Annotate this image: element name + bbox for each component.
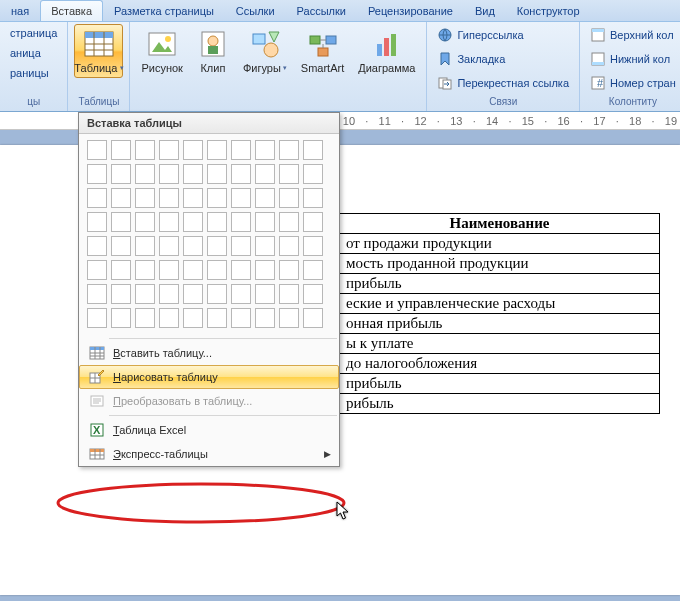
chart-button[interactable]: Диаграмма [353, 24, 420, 78]
grid-cell[interactable] [207, 140, 227, 160]
grid-cell[interactable] [255, 140, 275, 160]
grid-cell[interactable] [279, 236, 299, 256]
tab-references[interactable]: Ссылки [225, 0, 286, 21]
grid-cell[interactable] [303, 260, 323, 280]
grid-cell[interactable] [87, 164, 107, 184]
grid-cell[interactable] [207, 284, 227, 304]
grid-cell[interactable] [303, 188, 323, 208]
grid-cell[interactable] [279, 284, 299, 304]
tab-insert[interactable]: Вставка [40, 0, 103, 21]
grid-cell[interactable] [255, 188, 275, 208]
grid-cell[interactable] [183, 212, 203, 232]
grid-cell[interactable] [111, 164, 131, 184]
picture-button[interactable]: Рисунок [136, 24, 188, 78]
grid-cell[interactable] [111, 140, 131, 160]
tab-home-partial[interactable]: ная [0, 0, 40, 21]
grid-cell[interactable] [279, 308, 299, 328]
tab-view[interactable]: Вид [464, 0, 506, 21]
table-cell[interactable]: рибыль [340, 394, 660, 414]
document-table[interactable]: Наименование от продажи продукциимость п… [339, 213, 660, 414]
grid-cell[interactable] [255, 308, 275, 328]
table-cell[interactable]: прибыль [340, 374, 660, 394]
grid-cell[interactable] [231, 236, 251, 256]
grid-cell[interactable] [231, 212, 251, 232]
grid-cell[interactable] [87, 140, 107, 160]
grid-cell[interactable] [303, 140, 323, 160]
grid-cell[interactable] [159, 260, 179, 280]
grid-cell[interactable] [87, 260, 107, 280]
table-button[interactable]: Таблица▾ [74, 24, 123, 78]
grid-cell[interactable] [183, 260, 203, 280]
blank-page-button[interactable]: аница [6, 44, 61, 62]
grid-cell[interactable] [207, 236, 227, 256]
grid-cell[interactable] [135, 308, 155, 328]
crossref-button[interactable]: Перекрестная ссылка [433, 72, 573, 94]
grid-cell[interactable] [111, 236, 131, 256]
grid-cell[interactable] [87, 212, 107, 232]
grid-cell[interactable] [87, 188, 107, 208]
grid-cell[interactable] [207, 212, 227, 232]
grid-cell[interactable] [255, 236, 275, 256]
grid-cell[interactable] [255, 164, 275, 184]
grid-cell[interactable] [159, 236, 179, 256]
grid-cell[interactable] [255, 260, 275, 280]
grid-cell[interactable] [183, 164, 203, 184]
table-grid-picker[interactable] [79, 134, 339, 336]
grid-cell[interactable] [159, 164, 179, 184]
grid-cell[interactable] [111, 284, 131, 304]
grid-cell[interactable] [303, 164, 323, 184]
grid-cell[interactable] [135, 140, 155, 160]
grid-cell[interactable] [279, 260, 299, 280]
table-cell[interactable]: от продажи продукции [340, 234, 660, 254]
table-cell[interactable]: до налогообложения [340, 354, 660, 374]
table-header-cell[interactable]: Наименование [340, 214, 660, 234]
grid-cell[interactable] [255, 212, 275, 232]
draw-table-menuitem[interactable]: Нарисовать таблицу [79, 365, 339, 389]
grid-cell[interactable] [183, 284, 203, 304]
grid-cell[interactable] [183, 188, 203, 208]
grid-cell[interactable] [111, 308, 131, 328]
grid-cell[interactable] [279, 164, 299, 184]
grid-cell[interactable] [279, 212, 299, 232]
grid-cell[interactable] [111, 212, 131, 232]
grid-cell[interactable] [207, 308, 227, 328]
table-cell[interactable]: ы к уплате [340, 334, 660, 354]
grid-cell[interactable] [279, 140, 299, 160]
tab-review[interactable]: Рецензирование [357, 0, 464, 21]
table-cell[interactable]: онная прибыль [340, 314, 660, 334]
shapes-button[interactable]: Фигуры▾ [238, 24, 292, 78]
grid-cell[interactable] [135, 188, 155, 208]
grid-cell[interactable] [231, 308, 251, 328]
grid-cell[interactable] [159, 284, 179, 304]
grid-cell[interactable] [135, 164, 155, 184]
grid-cell[interactable] [231, 284, 251, 304]
grid-cell[interactable] [159, 140, 179, 160]
hyperlink-button[interactable]: Гиперссылка [433, 24, 573, 46]
grid-cell[interactable] [231, 260, 251, 280]
grid-cell[interactable] [231, 164, 251, 184]
grid-cell[interactable] [303, 212, 323, 232]
header-button[interactable]: Верхний кол [586, 24, 680, 46]
grid-cell[interactable] [159, 212, 179, 232]
grid-cell[interactable] [159, 308, 179, 328]
grid-cell[interactable] [279, 188, 299, 208]
page-number-button[interactable]: # Номер стран [586, 72, 680, 94]
grid-cell[interactable] [135, 260, 155, 280]
grid-cell[interactable] [183, 140, 203, 160]
grid-cell[interactable] [135, 236, 155, 256]
table-cell[interactable]: еские и управленческие расходы [340, 294, 660, 314]
grid-cell[interactable] [87, 236, 107, 256]
grid-cell[interactable] [207, 188, 227, 208]
grid-cell[interactable] [183, 308, 203, 328]
tab-design[interactable]: Конструктор [506, 0, 591, 21]
bookmark-button[interactable]: Закладка [433, 48, 573, 70]
grid-cell[interactable] [303, 308, 323, 328]
footer-button[interactable]: Нижний кол [586, 48, 680, 70]
grid-cell[interactable] [207, 260, 227, 280]
grid-cell[interactable] [303, 236, 323, 256]
grid-cell[interactable] [303, 284, 323, 304]
grid-cell[interactable] [111, 260, 131, 280]
grid-cell[interactable] [87, 284, 107, 304]
cover-page-button[interactable]: страница [6, 24, 61, 42]
grid-cell[interactable] [255, 284, 275, 304]
